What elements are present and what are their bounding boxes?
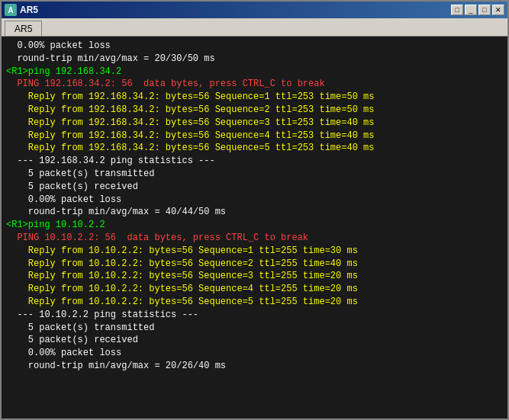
terminal-area: 0.00% packet loss round-trip min/avg/max… xyxy=(2,37,507,418)
terminal-line: --- 10.10.2.2 ping statistics --- xyxy=(6,309,503,322)
terminal-content[interactable]: 0.00% packet loss round-trip min/avg/max… xyxy=(2,37,507,418)
terminal-line: Reply from 10.10.2.2: bytes=56 Sequence=… xyxy=(6,283,503,296)
terminal-line: Reply from 192.168.34.2: bytes=56 Sequen… xyxy=(6,104,503,117)
maximize-button[interactable]: □ xyxy=(478,5,491,15)
terminal-line: round-trip min/avg/max = 20/30/50 ms xyxy=(6,53,503,66)
terminal-line: 5 packet(s) received xyxy=(6,334,503,347)
title-bar-left: A AR5 xyxy=(5,4,38,16)
terminal-line: --- 192.168.34.2 ping statistics --- xyxy=(6,155,503,168)
terminal-line: Reply from 10.10.2.2: bytes=56 Sequence=… xyxy=(6,296,503,309)
terminal-line: Reply from 10.10.2.2: bytes=56 Sequence=… xyxy=(6,245,503,258)
minimize-button[interactable]: _ xyxy=(465,5,477,15)
terminal-line: PING 192.168.34.2: 56 data bytes, press … xyxy=(6,78,503,91)
terminal-line: round-trip min/avg/max = 20/26/40 ms xyxy=(6,360,503,373)
terminal-line: Reply from 192.168.34.2: bytes=56 Sequen… xyxy=(6,142,503,155)
title-bar-buttons: □ _ □ ✕ xyxy=(451,5,504,15)
terminal-line: Reply from 10.10.2.2: bytes=56 Sequence=… xyxy=(6,258,503,271)
terminal-line: 0.00% packet loss xyxy=(6,40,503,53)
close-button[interactable]: ✕ xyxy=(492,5,504,15)
terminal-line: <R1>ping 10.10.2.2 xyxy=(6,219,503,232)
terminal-line: Reply from 10.10.2.2: bytes=56 Sequence=… xyxy=(6,270,503,283)
terminal-line: Reply from 192.168.34.2: bytes=56 Sequen… xyxy=(6,91,503,104)
terminal-line: 5 packet(s) received xyxy=(6,181,503,194)
terminal-line: PING 10.10.2.2: 56 data bytes, press CTR… xyxy=(6,232,503,245)
terminal-line: 5 packet(s) transmitted xyxy=(6,168,503,181)
main-window: A AR5 □ _ □ ✕ AR5 0.00% packet loss roun… xyxy=(0,0,509,420)
terminal-line: round-trip min/avg/max = 40/44/50 ms xyxy=(6,206,503,219)
terminal-line: 0.00% packet loss xyxy=(6,347,503,360)
title-bar: A AR5 □ _ □ ✕ xyxy=(2,2,507,18)
terminal-line: Reply from 192.168.34.2: bytes=56 Sequen… xyxy=(6,117,503,130)
restore-button[interactable]: □ xyxy=(451,5,463,15)
tab-ar5[interactable]: AR5 xyxy=(5,21,42,36)
terminal-line: Reply from 192.168.34.2: bytes=56 Sequen… xyxy=(6,130,503,143)
terminal-line: 5 packet(s) transmitted xyxy=(6,322,503,335)
terminal-line: 0.00% packet loss xyxy=(6,194,503,207)
app-icon: A xyxy=(5,4,17,16)
tab-bar: AR5 xyxy=(2,18,507,37)
window-title: AR5 xyxy=(20,5,38,15)
terminal-line: <R1>ping 192.168.34.2 xyxy=(6,66,503,79)
